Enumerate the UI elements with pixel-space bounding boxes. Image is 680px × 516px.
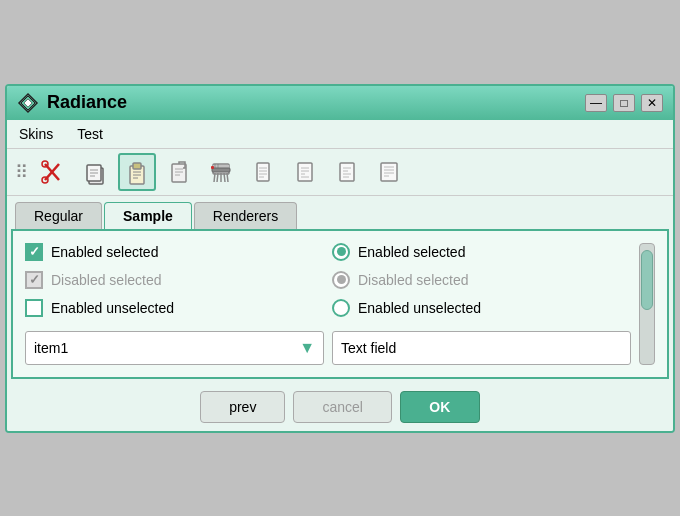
cancel-button[interactable]: cancel: [293, 391, 391, 423]
minimize-button[interactable]: —: [585, 94, 607, 112]
copy-button[interactable]: [76, 153, 114, 191]
dropdown[interactable]: item1 ▼: [25, 331, 324, 365]
cut-button[interactable]: [34, 153, 72, 191]
svg-rect-13: [133, 163, 141, 169]
paste2-button[interactable]: [160, 153, 198, 191]
radio-disabled-selected: [332, 271, 350, 289]
tab-renderers[interactable]: Renderers: [194, 202, 297, 229]
dropdown-value: item1: [34, 340, 68, 356]
svg-rect-47: [381, 163, 397, 181]
toolbar: ⠿: [7, 149, 673, 196]
radio-disabled-selected-row: Disabled selected: [332, 271, 631, 289]
svg-rect-37: [298, 163, 312, 181]
radio-enabled-unselected[interactable]: [332, 299, 350, 317]
clipboard-icon: [123, 158, 151, 186]
tab-regular[interactable]: Regular: [15, 202, 102, 229]
svg-rect-32: [257, 163, 269, 181]
checkbox-disabled-selected-row: Disabled selected: [25, 271, 324, 289]
tab-sample[interactable]: Sample: [104, 202, 192, 229]
doc2-button[interactable]: [286, 153, 324, 191]
checkbox-enabled-selected-label: Enabled selected: [51, 244, 158, 260]
doc4-button[interactable]: [370, 153, 408, 191]
dropdown-arrow-icon: ▼: [299, 339, 315, 357]
main-content: Enabled selected Disabled selected Enabl…: [25, 243, 631, 365]
radio-enabled-selected-row: Enabled selected: [332, 243, 631, 261]
menu-test[interactable]: Test: [73, 124, 107, 144]
window-title: Radiance: [47, 92, 127, 113]
checkbox-radio-rows: Enabled selected Disabled selected Enabl…: [25, 243, 631, 317]
checkbox-disabled-selected-label: Disabled selected: [51, 272, 162, 288]
doc1-icon: [249, 158, 277, 186]
radio-enabled-selected[interactable]: [332, 243, 350, 261]
radio-enabled-selected-label: Enabled selected: [358, 244, 465, 260]
copy-icon: [81, 158, 109, 186]
title-bar: Radiance — □ ✕: [7, 86, 673, 120]
svg-rect-26: [211, 166, 214, 169]
scissors-icon: [39, 158, 67, 186]
doc1-button[interactable]: [244, 153, 282, 191]
shredder-icon: [207, 158, 235, 186]
doc2-icon: [291, 158, 319, 186]
ok-button[interactable]: OK: [400, 391, 480, 423]
toolbar-grip: ⠿: [15, 161, 26, 183]
svg-line-30: [224, 173, 225, 182]
checkbox-enabled-unselected[interactable]: [25, 299, 43, 317]
checkbox-enabled-unselected-row: Enabled unselected: [25, 299, 324, 317]
tab-bar: Regular Sample Renderers: [7, 196, 673, 229]
title-controls: — □ ✕: [585, 94, 663, 112]
paste2-icon: [165, 158, 193, 186]
checkbox-enabled-selected[interactable]: [25, 243, 43, 261]
svg-line-31: [227, 173, 228, 182]
checkbox-enabled-selected-row: Enabled selected: [25, 243, 324, 261]
input-row: item1 ▼: [25, 331, 631, 365]
checkbox-column: Enabled selected Disabled selected Enabl…: [25, 243, 324, 317]
doc3-icon: [333, 158, 361, 186]
main-window: Radiance — □ ✕ Skins Test ⠿: [5, 84, 675, 433]
text-field-input[interactable]: [332, 331, 631, 365]
radio-column: Enabled selected Disabled selected Enabl…: [332, 243, 631, 317]
close-button[interactable]: ✕: [641, 94, 663, 112]
menu-bar: Skins Test: [7, 120, 673, 149]
action-bar: prev cancel OK: [7, 383, 673, 431]
checkbox-enabled-unselected-label: Enabled unselected: [51, 300, 174, 316]
radiance-icon: [17, 92, 39, 114]
content-area: Enabled selected Disabled selected Enabl…: [11, 229, 669, 379]
title-left: Radiance: [17, 92, 127, 114]
menu-skins[interactable]: Skins: [15, 124, 57, 144]
doc3-button[interactable]: [328, 153, 366, 191]
maximize-button[interactable]: □: [613, 94, 635, 112]
checkbox-disabled-selected: [25, 271, 43, 289]
svg-rect-23: [212, 168, 230, 172]
svg-line-27: [214, 173, 215, 182]
scrollbar[interactable]: [639, 243, 655, 365]
svg-rect-17: [172, 164, 186, 182]
scrollbar-thumb[interactable]: [641, 250, 653, 310]
paste-button[interactable]: [118, 153, 156, 191]
radio-disabled-selected-label: Disabled selected: [358, 272, 469, 288]
radio-enabled-unselected-row: Enabled unselected: [332, 299, 631, 317]
svg-line-28: [217, 173, 218, 182]
prev-button[interactable]: prev: [200, 391, 285, 423]
shredder-button[interactable]: [202, 153, 240, 191]
doc4-icon: [375, 158, 403, 186]
svg-rect-42: [340, 163, 354, 181]
radio-enabled-unselected-label: Enabled unselected: [358, 300, 481, 316]
